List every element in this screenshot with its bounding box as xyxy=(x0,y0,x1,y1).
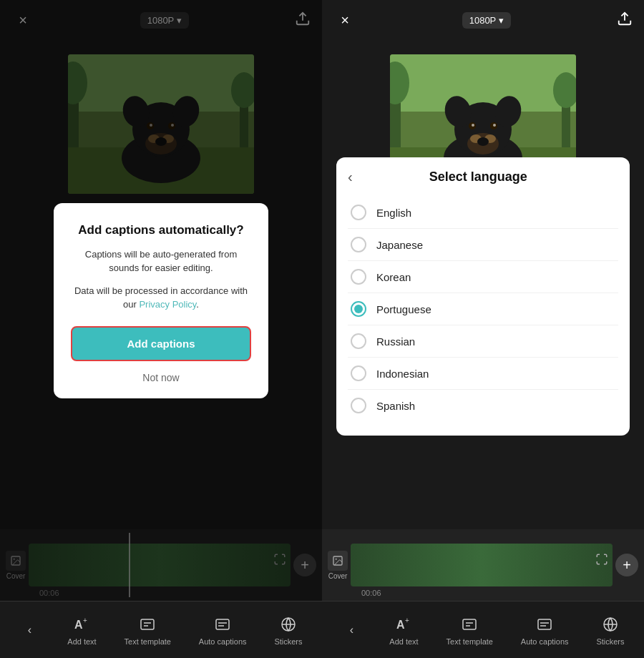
right-text-template-label: Text template xyxy=(447,637,493,646)
right-resolution-badge[interactable]: 1080P ▾ xyxy=(462,12,512,29)
modal-policy: Data will be processed in accordance wit… xyxy=(71,284,251,312)
svg-text:+: + xyxy=(83,617,87,624)
svg-rect-27 xyxy=(216,619,229,629)
right-toolbar-text-template[interactable]: Text template xyxy=(447,614,493,646)
svg-point-43 xyxy=(472,124,474,127)
right-panel: × 1080P ▾ xyxy=(322,0,644,658)
right-toolbar-stickers[interactable]: Stickers xyxy=(596,614,624,646)
right-auto-captions-label: Auto captions xyxy=(521,637,569,646)
add-text-icon: A + xyxy=(72,614,92,634)
add-text-label: Add text xyxy=(67,637,96,646)
toolbar-text-template[interactable]: Text template xyxy=(125,614,171,646)
privacy-policy-link[interactable]: Privacy Policy xyxy=(139,299,196,310)
svg-rect-24 xyxy=(141,619,154,629)
right-time-code: 00:06 xyxy=(361,589,381,597)
svg-point-47 xyxy=(477,137,489,146)
right-stickers-label: Stickers xyxy=(596,637,624,646)
right-text-template-icon xyxy=(459,614,479,634)
svg-rect-56 xyxy=(463,619,476,629)
toolbar-auto-captions[interactable]: Auto captions xyxy=(199,614,247,646)
right-close-button[interactable]: × xyxy=(333,9,356,31)
right-auto-captions-icon xyxy=(535,614,555,634)
right-stickers-icon xyxy=(600,614,620,634)
svg-text:+: + xyxy=(405,617,409,624)
language-header: ‹ Select language xyxy=(336,157,630,191)
language-back-button[interactable]: ‹ xyxy=(348,169,353,185)
right-add-text-label: Add text xyxy=(389,637,418,646)
language-sheet-title: Select language xyxy=(353,170,604,185)
language-name: Japanese xyxy=(376,239,423,251)
text-template-label: Text template xyxy=(125,637,171,646)
right-back-button[interactable]: ‹ xyxy=(341,620,361,640)
auto-captions-label: Auto captions xyxy=(199,637,247,646)
language-name: English xyxy=(376,207,411,219)
radio-circle-spanish xyxy=(351,398,366,413)
stickers-icon xyxy=(278,614,298,634)
right-toolbar-auto-captions[interactable]: Auto captions xyxy=(521,614,569,646)
language-name: Korean xyxy=(376,271,411,283)
right-timeline-track xyxy=(351,544,613,586)
radio-circle-portuguese xyxy=(351,301,366,317)
left-back-button[interactable]: ‹ xyxy=(19,620,39,640)
right-fullscreen-button[interactable] xyxy=(595,553,608,569)
radio-circle-japanese xyxy=(351,237,366,252)
radio-circle-korean xyxy=(351,269,366,285)
modal-description: Captions will be auto-generated from sou… xyxy=(71,247,251,275)
language-name: Portuguese xyxy=(376,303,431,315)
language-name: Indonesian xyxy=(376,368,429,380)
language-item[interactable]: Indonesian xyxy=(348,358,618,390)
svg-text:A: A xyxy=(74,619,83,631)
stickers-label: Stickers xyxy=(274,637,302,646)
radio-circle-russian xyxy=(351,333,366,349)
svg-text:A: A xyxy=(396,619,405,631)
right-add-text-icon: A + xyxy=(394,614,414,634)
left-panel: × 1080P ▾ xyxy=(0,0,322,658)
svg-point-53 xyxy=(336,558,337,559)
modal-title: Add captions automatically? xyxy=(71,223,251,237)
language-item[interactable]: Portuguese xyxy=(348,293,618,325)
right-toolbar-add-text[interactable]: A + Add text xyxy=(389,614,418,646)
language-list: EnglishJapaneseKoreanPortugueseRussianIn… xyxy=(336,191,630,436)
right-cover-item[interactable]: Cover xyxy=(328,551,348,580)
language-item[interactable]: Spanish xyxy=(348,390,618,421)
language-item[interactable]: Russian xyxy=(348,325,618,358)
svg-rect-59 xyxy=(538,619,551,629)
radio-circle-english xyxy=(351,205,366,220)
auto-captions-icon xyxy=(213,614,233,634)
right-timeline: Cover + 00:06 xyxy=(322,529,644,601)
right-upload-button[interactable] xyxy=(617,11,633,30)
right-top-bar: × 1080P ▾ xyxy=(322,0,644,40)
svg-point-44 xyxy=(493,124,496,127)
language-selection-sheet: ‹ Select language EnglishJapaneseKoreanP… xyxy=(336,157,630,436)
caption-modal-overlay: Add captions automatically? Captions wil… xyxy=(0,0,322,601)
right-timeline-add-button[interactable]: + xyxy=(615,554,638,576)
caption-modal: Add captions automatically? Captions wil… xyxy=(54,203,268,398)
toolbar-add-text[interactable]: A + Add text xyxy=(67,614,96,646)
language-name: Russian xyxy=(376,335,415,348)
text-template-icon xyxy=(137,614,157,634)
language-item[interactable]: English xyxy=(348,197,618,229)
toolbar-stickers[interactable]: Stickers xyxy=(274,614,302,646)
left-bottom-toolbar: ‹ A + Add text Text template xyxy=(0,601,322,658)
radio-circle-indonesian xyxy=(351,365,366,381)
language-name: Spanish xyxy=(376,400,415,412)
language-item[interactable]: Korean xyxy=(348,261,618,293)
right-bottom-toolbar: ‹ A + Add text Text template xyxy=(322,601,644,658)
language-item[interactable]: Japanese xyxy=(348,229,618,261)
add-captions-button[interactable]: Add captions xyxy=(71,326,251,361)
not-now-button[interactable]: Not now xyxy=(142,372,179,383)
